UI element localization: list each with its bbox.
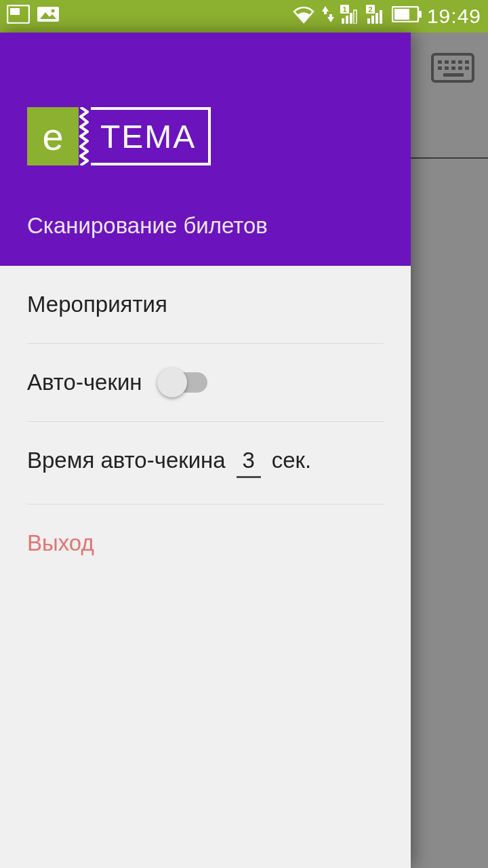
toggle-knob: [157, 368, 187, 397]
svg-rect-24: [445, 60, 449, 64]
svg-rect-32: [465, 66, 469, 70]
svg-marker-5: [322, 6, 329, 14]
menu-item-label: Авто-чекин: [27, 370, 142, 395]
photo-icon: [37, 5, 60, 28]
wifi-icon: [291, 5, 316, 28]
svg-rect-30: [451, 66, 455, 70]
svg-rect-12: [354, 10, 357, 24]
menu-item-label: Мероприятия: [27, 292, 167, 317]
logo-tear-icon: [79, 107, 91, 165]
time-unit: сек.: [272, 448, 311, 473]
menu-item-auto-checkin[interactable]: Авто-чекин: [27, 344, 384, 422]
svg-rect-20: [419, 11, 422, 18]
drawer-body: Мероприятия Авто-чекин Время авто-чекина…: [0, 266, 411, 868]
battery-icon: [392, 5, 422, 27]
data-arrows-icon: [321, 5, 335, 28]
app-logo: e TEMA: [27, 107, 384, 165]
status-left: [7, 5, 60, 28]
svg-rect-11: [350, 13, 352, 24]
background-divider: [411, 157, 488, 159]
svg-marker-6: [327, 14, 334, 22]
svg-text:1: 1: [342, 5, 346, 13]
logo-tema-block: TEMA: [91, 107, 211, 165]
svg-rect-33: [443, 73, 464, 77]
drawer-title: Сканирование билетов: [27, 213, 384, 239]
svg-point-4: [52, 9, 55, 12]
svg-rect-27: [465, 60, 469, 64]
svg-rect-16: [371, 16, 374, 24]
auto-checkin-row: Авто-чекин: [27, 370, 207, 395]
logo-e-block: e: [27, 107, 79, 165]
keyboard-icon[interactable]: [431, 53, 474, 83]
drawer-header: e TEMA Сканирование билетов: [0, 33, 411, 266]
sim2-signal-icon: 2: [366, 5, 386, 28]
svg-rect-17: [375, 13, 378, 24]
svg-rect-21: [394, 9, 409, 20]
svg-rect-15: [367, 18, 370, 24]
cast-icon: [7, 5, 30, 28]
menu-item-auto-checkin-time: Время авто-чекина 3 сек.: [27, 422, 384, 505]
menu-item-label: Выход: [27, 530, 94, 555]
status-bar: 1 2 19:49: [0, 0, 488, 33]
sim1-signal-icon: 1: [340, 5, 361, 28]
svg-rect-25: [451, 60, 455, 64]
svg-rect-2: [37, 7, 59, 22]
svg-rect-28: [438, 66, 442, 70]
time-input[interactable]: 3: [237, 448, 261, 478]
time-label: Время авто-чекина: [27, 448, 226, 473]
menu-item-exit[interactable]: Выход: [27, 505, 384, 582]
navigation-drawer: e TEMA Сканирование билетов Мероприятия …: [0, 33, 411, 868]
auto-checkin-toggle[interactable]: [159, 372, 207, 393]
svg-rect-26: [458, 60, 462, 64]
status-right: 1 2 19:49: [291, 5, 481, 28]
menu-item-events[interactable]: Мероприятия: [27, 266, 384, 344]
svg-rect-23: [438, 60, 442, 64]
svg-rect-10: [346, 16, 348, 24]
svg-text:2: 2: [368, 5, 372, 13]
svg-rect-1: [10, 8, 20, 15]
svg-rect-9: [342, 18, 344, 24]
screen-root: 1 2 19:49: [0, 0, 488, 868]
svg-rect-31: [458, 66, 462, 70]
svg-rect-18: [380, 10, 382, 24]
status-clock: 19:49: [427, 5, 481, 28]
svg-rect-29: [445, 66, 449, 70]
